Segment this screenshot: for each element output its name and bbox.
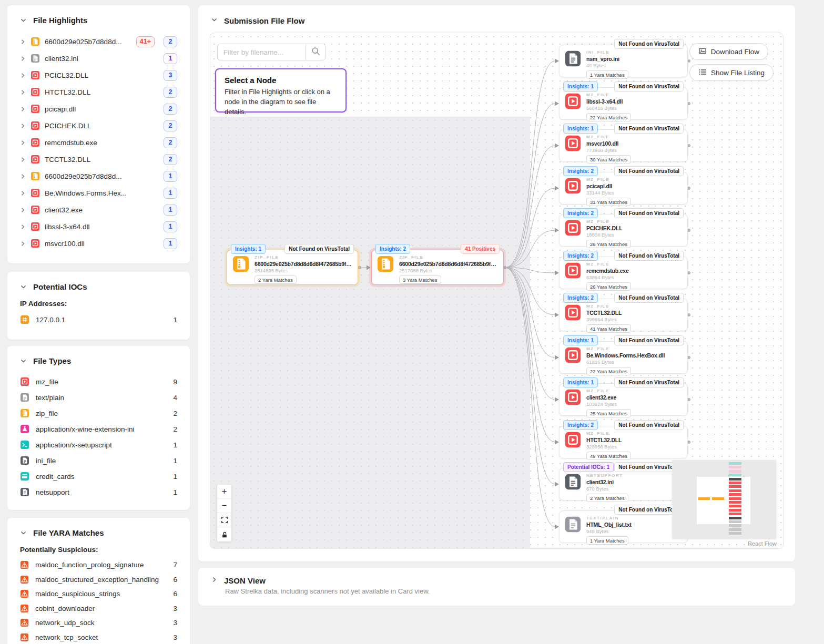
flow-node-card[interactable]: MZ_FILElibssl-3-x64.dll560416 Bytes22 Ya… bbox=[559, 87, 688, 120]
flow-node[interactable]: Insights: 1Not Found on VirusTotalMZ_FIL… bbox=[559, 81, 688, 120]
flow-node[interactable]: Not Found on VirusTotalTEXT/PLAINHTML_Ob… bbox=[559, 505, 688, 543]
flow-node-texts: INI_FILEnsm_vpro.ini46 Bytes1 Yara Match… bbox=[586, 50, 682, 79]
ioc-row[interactable]: 127.0.0.11 bbox=[20, 312, 177, 328]
file-name: Be.Windows.Forms.HexBox.dll bbox=[586, 352, 682, 359]
file-type-row[interactable]: text/plain4 bbox=[20, 390, 177, 405]
insights-count-badge: 2 bbox=[164, 36, 177, 47]
list-icon bbox=[698, 68, 707, 78]
file-name: remcmdstub.exe bbox=[586, 268, 682, 274]
yara-match-row[interactable]: network_udp_sock3 bbox=[20, 616, 177, 630]
yara-matches-header[interactable]: File YARA Matches bbox=[20, 528, 177, 537]
file-type-row[interactable]: ini_file1 bbox=[20, 453, 177, 468]
file-name: msvcr100.dll bbox=[586, 140, 682, 147]
json-view-header[interactable]: JSON View bbox=[211, 576, 782, 585]
mz-file-icon bbox=[30, 70, 40, 80]
virustotal-positives-tag: 41 Positives bbox=[461, 244, 500, 254]
submission-flow-header[interactable]: Submission File Flow bbox=[210, 16, 784, 25]
flow-node[interactable]: Insights: 1Not Found on VirusTotalMZ_FIL… bbox=[559, 335, 688, 374]
flow-node-card[interactable]: MZ_FILEPCICHEK.DLL18808 Bytes26 Yara Mat… bbox=[559, 214, 688, 247]
flow-node-card[interactable]: MZ_FILEHTCTL32.DLL328056 Bytes49 Yara Ma… bbox=[559, 426, 688, 458]
yara-match-row[interactable]: maldoc_suspicious_strings6 bbox=[20, 587, 177, 601]
file-type-row[interactable]: application/x-setupscript1 bbox=[20, 437, 177, 453]
file-name: TCCTL32.DLL bbox=[45, 156, 155, 163]
file-highlight-row[interactable]: msvcr100.dll1 bbox=[20, 235, 177, 252]
flow-node-card[interactable]: NETSUPPORTclient32.ini670 Bytes2 Yara Ma… bbox=[559, 468, 688, 500]
file-highlight-row[interactable]: 6600d29e025b7d8d8d...41+2 bbox=[20, 33, 177, 50]
fit-view-button[interactable] bbox=[217, 513, 231, 527]
file-type-row[interactable]: credit_cards1 bbox=[20, 468, 177, 484]
flow-node[interactable]: Insights: 241 PositivesZIP_FILE6600d29e0… bbox=[371, 244, 504, 285]
chevron-right-icon bbox=[20, 123, 26, 129]
file-size: 18808 Bytes bbox=[586, 232, 682, 238]
file-highlight-row[interactable]: TCCTL32.DLL2 bbox=[20, 151, 177, 168]
file-type-row[interactable]: zip_file2 bbox=[20, 405, 177, 421]
yara-match-row[interactable]: maldoc_function_prolog_signature7 bbox=[20, 558, 177, 573]
zoom-out-button[interactable]: − bbox=[217, 499, 231, 513]
file-type-row[interactable]: mz_file9 bbox=[20, 374, 177, 390]
file-highlights-card: File Highlights 6600d29e025b7d8d8d...41+… bbox=[7, 5, 190, 263]
minimap-node-bar bbox=[729, 517, 741, 519]
file-highlight-row[interactable]: remcmdstub.exe2 bbox=[20, 134, 177, 151]
file-highlight-row[interactable]: pcicapi.dll2 bbox=[20, 100, 177, 117]
chevron-right-icon bbox=[20, 157, 26, 162]
item-count: 1 bbox=[173, 316, 177, 324]
file-size: 948 Bytes bbox=[586, 528, 682, 534]
flow-node-card[interactable]: MZ_FILEmsvcr100.dll773968 Bytes30 Yara M… bbox=[559, 129, 688, 162]
file-highlight-row[interactable]: client32.exe1 bbox=[20, 201, 177, 218]
file-type-row[interactable]: netsupport1 bbox=[20, 484, 177, 500]
file-highlight-row[interactable]: PCICL32.DLL3 bbox=[20, 67, 177, 84]
flow-node[interactable]: Insights: 2Not Found on VirusTotalMZ_FIL… bbox=[559, 208, 688, 247]
filename-filter-input[interactable] bbox=[217, 44, 306, 60]
file-name: 6600d29e025b7d8d8d... bbox=[45, 172, 155, 180]
file-highlight-row[interactable]: libssl-3-x64.dll1 bbox=[20, 218, 177, 235]
flow-node-card[interactable]: MZ_FILEpcicapi.dll33144 Bytes31 Yara Mat… bbox=[559, 172, 688, 205]
file-highlight-row[interactable]: client32.ini1 bbox=[20, 50, 177, 67]
flow-node[interactable]: Insights: 2Not Found on VirusTotalMZ_FIL… bbox=[559, 293, 688, 331]
file-highlights-header[interactable]: File Highlights bbox=[20, 16, 177, 25]
zip-file-icon bbox=[30, 171, 40, 181]
sidebar: File Highlights 6600d29e025b7d8d8d...41+… bbox=[7, 5, 190, 644]
yara-match-row[interactable]: cobint_downloader3 bbox=[20, 601, 177, 616]
flow-node-texts: MZ_FILEmsvcr100.dll773968 Bytes30 Yara M… bbox=[586, 135, 682, 163]
flow-node-texts: MZ_FILElibssl-3-x64.dll560416 Bytes22 Ya… bbox=[586, 93, 682, 121]
mz-file-icon bbox=[30, 188, 40, 198]
file-highlight-row[interactable]: PCICHEK.DLL2 bbox=[20, 117, 177, 134]
flow-node[interactable]: Insights: 2Not Found on VirusTotalMZ_FIL… bbox=[559, 420, 688, 458]
flow-node-card[interactable]: MZ_FILEclient32.exe103824 Bytes25 Yara M… bbox=[559, 383, 688, 416]
flow-node[interactable]: Insights: 1Not Found on VirusTotalMZ_FIL… bbox=[559, 377, 688, 416]
yara-match-row[interactable]: network_tcp_socket3 bbox=[20, 630, 177, 644]
download-flow-button[interactable]: Download Flow bbox=[689, 43, 768, 60]
file-type-row[interactable]: application/x-wine-extension-ini2 bbox=[20, 421, 177, 437]
flow-node-card[interactable]: TEXT/PLAINHTML_Obj_list.txt948 Bytes1 Ya… bbox=[559, 510, 688, 543]
flow-node-card[interactable]: MZ_FILEremcmdstub.exe63864 Bytes26 Yara … bbox=[559, 257, 688, 289]
item-name: application/x-setupscript bbox=[35, 441, 167, 449]
flow-canvas[interactable]: Select a Node Filter in File Highlights … bbox=[210, 33, 784, 549]
file-size: 63864 Bytes bbox=[586, 274, 682, 280]
flow-node[interactable]: Insights: 1Not Found on VirusTotalZIP_FI… bbox=[227, 244, 358, 285]
flow-node-card[interactable]: MZ_FILEBe.Windows.Forms.HexBox.dll61816 … bbox=[559, 341, 688, 374]
select-node-title: Select a Node bbox=[225, 76, 337, 85]
flow-minimap[interactable] bbox=[672, 460, 776, 539]
file-highlight-row[interactable]: HTCTL32.DLL2 bbox=[20, 84, 177, 100]
filter-search-button[interactable] bbox=[306, 44, 325, 60]
flow-node[interactable]: Insights: 1Not Found on VirusTotalMZ_FIL… bbox=[559, 124, 688, 162]
item-name: maldoc_structured_exception_handling bbox=[35, 576, 167, 584]
file-highlight-row[interactable]: 6600d29e025b7d8d8d...1 bbox=[20, 168, 177, 185]
flow-node-card[interactable]: ZIP_FILE6600d29e025b7d8d8d6d8f472685b9f8… bbox=[227, 250, 358, 285]
show-file-listing-button[interactable]: Show File Listing bbox=[689, 64, 774, 81]
flow-node-card[interactable]: ZIP_FILE6600d29e025b7d8d8d6d8f472685b9f8… bbox=[371, 250, 504, 285]
zoom-in-button[interactable]: + bbox=[217, 485, 231, 499]
flow-node[interactable]: Insights: 2Not Found on VirusTotalMZ_FIL… bbox=[559, 166, 688, 205]
file-highlight-row[interactable]: Be.Windows.Forms.Hex...1 bbox=[20, 185, 177, 201]
potential-iocs-header[interactable]: Potential IOCs bbox=[20, 282, 177, 291]
flow-controls: + − bbox=[217, 485, 231, 541]
yara-match-row[interactable]: maldoc_structured_exception_handling6 bbox=[20, 573, 177, 587]
lock-toggle-button[interactable] bbox=[217, 527, 231, 541]
file-types-header[interactable]: File Types bbox=[20, 356, 177, 365]
yara-warning-icon bbox=[20, 589, 29, 598]
flow-node[interactable]: Potential IOCs: 1Not Found on VirusTotal… bbox=[559, 462, 688, 500]
flow-node-card[interactable]: INI_FILEnsm_vpro.ini46 Bytes1 Yara Match… bbox=[559, 45, 688, 77]
flow-node-card[interactable]: MZ_FILETCCTL32.DLL396664 Bytes41 Yara Ma… bbox=[559, 299, 688, 331]
flow-node[interactable]: Not Found on VirusTotalINI_FILEnsm_vpro.… bbox=[559, 39, 688, 77]
flow-node[interactable]: Insights: 2Not Found on VirusTotalMZ_FIL… bbox=[559, 251, 688, 289]
